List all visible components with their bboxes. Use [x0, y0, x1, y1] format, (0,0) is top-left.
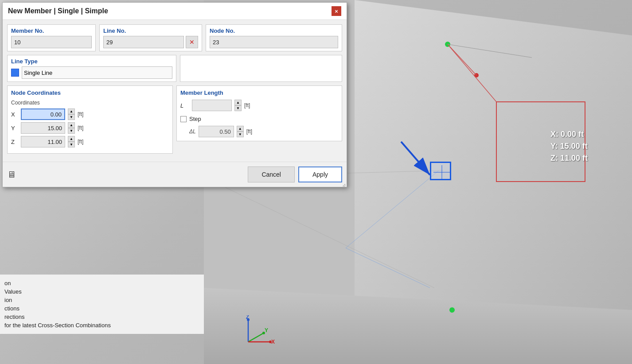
dialog-footer: 🖥 Cancel Apply	[3, 162, 347, 187]
sidebar-item-ctions[interactable]: ctions	[2, 304, 202, 313]
sidebar-panel: on Values ion ctions rections for the la…	[0, 275, 204, 334]
sidebar-item-cross-section: for the latest Cross-Section Combination…	[2, 321, 202, 329]
clear-icon: ✕	[189, 39, 195, 46]
sidebar-item-values[interactable]: Values	[2, 287, 202, 296]
delta-spinner-up[interactable]: ▲	[237, 126, 244, 132]
line-type-color-swatch	[11, 69, 19, 77]
node-coords-section: Node Coordinates Coordinates X ▲ ▼ [ft]	[7, 85, 173, 154]
apply-button[interactable]: Apply	[298, 167, 342, 182]
step-row: Step	[180, 116, 338, 122]
x-spinner-down[interactable]: ▼	[68, 114, 75, 120]
member-no-input[interactable]	[11, 36, 92, 48]
svg-point-25	[262, 332, 265, 334]
x-axis-label: X	[11, 111, 18, 118]
line-type-field: Line Type Single Line Arc Spline	[7, 55, 176, 82]
line-type-select[interactable]: Single Line Arc Spline	[22, 66, 172, 79]
line-no-field: Line No. ✕	[99, 24, 202, 51]
row-linetype: Line Type Single Line Arc Spline	[7, 55, 342, 82]
svg-text:X: X	[271, 339, 275, 345]
line-type-select-row: Single Line Arc Spline	[11, 66, 172, 79]
member-no-field: Member No.	[7, 24, 96, 51]
resize-handle[interactable]: ⊿	[342, 182, 347, 187]
line-no-clear-button[interactable]: ✕	[186, 36, 198, 48]
z-coord-row: Z ▲ ▼ [ft]	[11, 136, 169, 147]
z-spinner-down[interactable]: ▼	[68, 142, 75, 147]
row-coords-length: Node Coordinates Coordinates X ▲ ▼ [ft]	[7, 85, 342, 154]
length-unit-label: [ft]	[244, 102, 250, 108]
delta-row: ΔL ▲ ▼ [ft]	[180, 126, 338, 137]
y-coord-input[interactable]	[21, 122, 65, 134]
line-type-empty-panel	[180, 55, 342, 82]
x-coord-row: X ▲ ▼ [ft]	[11, 108, 169, 120]
y-spinner-down[interactable]: ▼	[68, 128, 75, 134]
dialog-close-button[interactable]: ×	[332, 6, 341, 16]
member-no-label: Member No.	[11, 27, 92, 34]
member-length-title: Member Length	[180, 89, 338, 96]
step-checkbox[interactable]	[180, 116, 187, 122]
row-ids: Member No. Line No. ✕	[7, 24, 342, 51]
y-axis-label: Y	[11, 125, 18, 132]
l-label: L	[180, 102, 189, 109]
svg-text:Y: Y	[265, 327, 268, 333]
coordinates-sub-label: Coordinates	[11, 100, 169, 106]
dialog-body: Member No. Line No. ✕	[3, 20, 347, 162]
line-type-label: Line Type	[11, 58, 172, 65]
z-axis-label: Z	[11, 139, 18, 145]
line-no-input-row: ✕	[103, 36, 198, 48]
x-unit-label: [ft]	[78, 111, 83, 117]
y-spinner-up[interactable]: ▲	[68, 122, 75, 128]
delta-label: ΔL	[189, 128, 196, 135]
z-unit-label: [ft]	[78, 139, 83, 145]
delta-input[interactable]	[199, 126, 234, 137]
delta-unit-label: [ft]	[246, 128, 252, 135]
monitor-icon-button[interactable]: 🖥	[7, 170, 16, 180]
z-coord-input[interactable]	[21, 136, 65, 147]
svg-point-5	[449, 307, 455, 313]
delta-spinner[interactable]: ▲ ▼	[237, 126, 244, 137]
cancel-button[interactable]: Cancel	[248, 167, 295, 182]
coord-z: Z: 11.00 ft	[550, 152, 588, 164]
dialog-titlebar: New Member | Single | Simple ×	[3, 3, 347, 20]
line-no-input[interactable]	[103, 36, 184, 48]
delta-spinner-down[interactable]: ▼	[237, 132, 244, 137]
node-no-field: Node No.	[206, 24, 342, 51]
member-length-section: Member Length L ▲ ▼ [ft] Step	[176, 85, 342, 141]
length-input[interactable]	[192, 100, 232, 111]
sidebar-item-ion[interactable]: ion	[2, 296, 202, 304]
step-label: Step	[189, 116, 201, 122]
dialog-title: New Member | Single | Simple	[8, 7, 108, 15]
svg-line-19	[248, 333, 264, 342]
coord-y: Y: 15.00 ft	[550, 140, 588, 152]
node-no-label: Node No.	[210, 27, 338, 34]
sidebar-item-on: on	[2, 279, 202, 287]
coord-display: X: 0.00 ft Y: 15.00 ft Z: 11.00 ft	[550, 128, 588, 164]
member-no-input-row	[11, 36, 92, 48]
svg-line-15	[401, 142, 430, 175]
node-coords-title: Node Coordinates	[11, 89, 169, 96]
new-member-dialog: New Member | Single | Simple × Member No…	[2, 2, 347, 187]
line-no-label: Line No.	[103, 27, 198, 34]
x-spinner-up[interactable]: ▲	[68, 108, 75, 114]
length-spinner-down[interactable]: ▼	[234, 105, 242, 111]
footer-buttons: Cancel Apply	[248, 167, 342, 182]
z-spinner[interactable]: ▲ ▼	[68, 136, 75, 147]
svg-point-26	[269, 341, 272, 343]
monitor-icon: 🖥	[7, 170, 16, 179]
node-no-input-row	[210, 36, 338, 48]
node-highlight-box	[430, 162, 451, 180]
axis-indicator: Z Y X	[239, 315, 275, 351]
length-input-row: L ▲ ▼ [ft]	[180, 100, 338, 111]
coord-x: X: 0.00 ft	[550, 128, 588, 140]
svg-point-24	[247, 318, 250, 321]
y-spinner[interactable]: ▲ ▼	[68, 122, 75, 134]
y-coord-row: Y ▲ ▼ [ft]	[11, 122, 169, 134]
x-coord-input[interactable]	[21, 108, 65, 120]
node-no-input[interactable]	[210, 36, 338, 48]
length-spinner-up[interactable]: ▲	[234, 100, 242, 105]
dialog-overlay: New Member | Single | Simple × Member No…	[0, 0, 350, 275]
sidebar-item-rections[interactable]: rections	[2, 313, 202, 321]
length-spinner[interactable]: ▲ ▼	[234, 100, 242, 111]
z-spinner-up[interactable]: ▲	[68, 136, 75, 142]
y-unit-label: [ft]	[78, 125, 83, 131]
x-spinner[interactable]: ▲ ▼	[68, 108, 75, 120]
